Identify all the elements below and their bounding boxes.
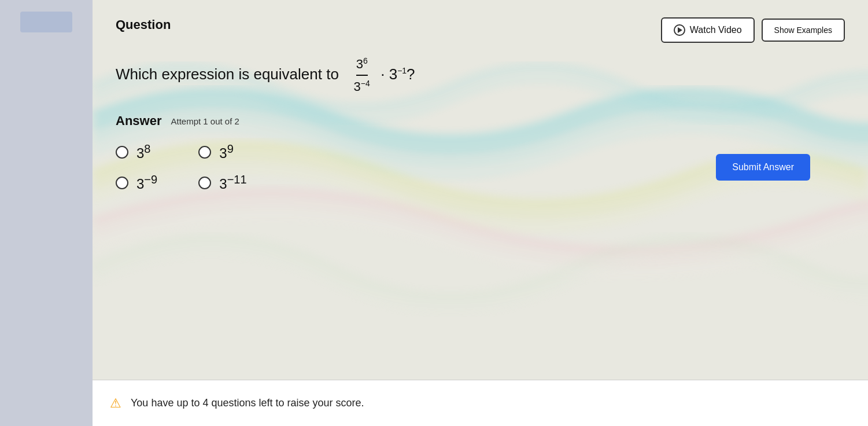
warning-icon: ⚠ (110, 396, 121, 411)
answer-label: Answer (116, 113, 161, 128)
footer-bar: ⚠ You have up to 4 questions left to rai… (93, 380, 868, 426)
show-examples-button[interactable]: Show Examples (762, 19, 845, 42)
watch-video-button[interactable]: Watch Video (661, 17, 755, 43)
numerator-exponent: 6 (363, 56, 368, 65)
footer-text: You have up to 4 questions left to raise… (131, 397, 364, 409)
option-d-label: 3−11 (219, 173, 246, 192)
play-icon (674, 24, 685, 36)
option-d[interactable]: 3−11 (198, 173, 246, 192)
question-area: Question Watch Video Show Examples Which… (93, 0, 868, 426)
fraction-denominator: 3−4 (354, 76, 370, 96)
play-triangle-icon (678, 27, 682, 33)
header-buttons: Watch Video Show Examples (661, 17, 845, 43)
radio-a[interactable] (116, 146, 128, 159)
question-text: Which expression is equivalent to 36 3−4… (116, 54, 845, 96)
main-content: Question Watch Video Show Examples Which… (93, 0, 868, 426)
sidebar (0, 0, 93, 426)
options-grid: 38 39 3−9 3−11 (116, 142, 247, 192)
submit-answer-button[interactable]: Submit Answer (716, 154, 810, 181)
attempt-text: Attempt 1 out of 2 (171, 116, 239, 126)
watch-video-label: Watch Video (690, 25, 742, 35)
question-prefix: Which expression is equivalent to (116, 65, 339, 83)
sidebar-tab (20, 12, 72, 32)
opt-d-exp: −11 (227, 173, 247, 186)
option-c-label: 3−9 (136, 173, 157, 192)
answer-header: Answer Attempt 1 out of 2 (116, 113, 845, 128)
opt-a-exp: 8 (144, 142, 150, 155)
option-b[interactable]: 39 (198, 142, 246, 161)
submit-label: Submit Answer (732, 162, 794, 172)
option-b-label: 39 (219, 142, 233, 161)
show-examples-label: Show Examples (774, 25, 832, 35)
answer-section: Answer Attempt 1 out of 2 38 39 (116, 113, 845, 192)
radio-c[interactable] (116, 177, 128, 189)
option-c[interactable]: 3−9 (116, 173, 164, 192)
opt-b-exp: 9 (227, 142, 234, 155)
question-header: Question Watch Video Show Examples (116, 17, 845, 43)
denominator-exponent: −4 (361, 79, 370, 88)
opt-c-exp: −9 (144, 173, 157, 186)
options-row: 38 39 3−9 3−11 (116, 142, 845, 192)
question-label: Question (116, 17, 171, 32)
fraction-numerator: 36 (356, 54, 368, 76)
fraction: 36 3−4 (354, 54, 370, 96)
multiplier-exponent: −1 (397, 66, 407, 75)
option-a[interactable]: 38 (116, 142, 164, 161)
radio-d[interactable] (198, 177, 211, 189)
option-a-label: 38 (136, 142, 150, 161)
radio-b[interactable] (198, 146, 211, 159)
